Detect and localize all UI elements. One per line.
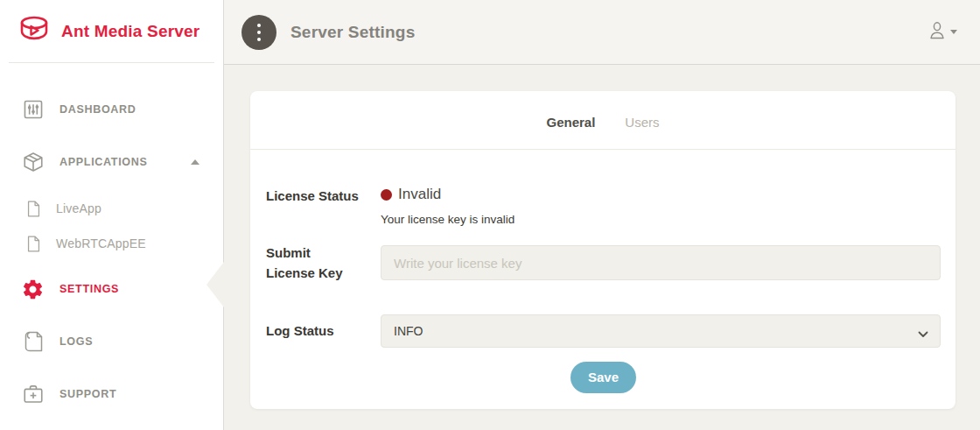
active-item-notch bbox=[206, 262, 224, 307]
log-status-label: Log Status bbox=[266, 323, 381, 338]
chevron-up-icon[interactable] bbox=[191, 159, 200, 165]
page-title: Server Settings bbox=[290, 23, 415, 42]
tab-users[interactable]: Users bbox=[625, 115, 659, 130]
sidebar-item-logs[interactable]: LOGS bbox=[0, 315, 223, 368]
app-window: Ant Media Server DASHBOARD bbox=[0, 0, 980, 430]
logs-icon bbox=[21, 330, 45, 353]
license-status-helper: Your license key is invalid bbox=[381, 213, 514, 226]
sidebar-item-webrtcappee[interactable]: WebRTCAppEE bbox=[0, 226, 223, 261]
support-icon bbox=[21, 383, 45, 405]
user-icon bbox=[928, 20, 947, 45]
sidebar-item-label: DASHBOARD bbox=[60, 103, 136, 116]
license-status-value: Invalid bbox=[398, 186, 441, 203]
file-icon bbox=[25, 236, 41, 252]
save-button[interactable]: Save bbox=[570, 362, 636, 393]
chevron-down-icon bbox=[950, 30, 957, 34]
sidebar-item-label: LiveApp bbox=[56, 201, 102, 215]
sidebar-item-support[interactable]: SUPPORT bbox=[0, 368, 223, 420]
sidebar-nav: DASHBOARD APPLICATIONS bbox=[0, 63, 223, 420]
brand-logo[interactable]: Ant Media Server bbox=[9, 0, 214, 63]
license-key-input[interactable] bbox=[381, 245, 941, 280]
sidebar-item-label: SUPPORT bbox=[60, 388, 116, 400]
license-status-row: License Status Invalid Your license key … bbox=[266, 188, 941, 226]
tab-bar: General Users bbox=[250, 91, 956, 150]
settings-form: License Status Invalid Your license key … bbox=[250, 188, 956, 393]
log-status-row: Log Status INFO bbox=[266, 314, 941, 348]
content-area: General Users License Status Invalid You… bbox=[224, 65, 980, 430]
save-row: Save bbox=[266, 362, 941, 393]
license-key-label: Submit License Key bbox=[266, 243, 381, 284]
sidebar-item-label: WebRTCAppEE bbox=[56, 236, 146, 250]
sidebar-item-settings[interactable]: SETTINGS bbox=[0, 263, 223, 315]
log-status-select[interactable]: INFO bbox=[381, 314, 941, 348]
license-status-label: License Status bbox=[266, 188, 381, 226]
sidebar-item-label: APPLICATIONS bbox=[60, 156, 148, 168]
tab-general[interactable]: General bbox=[546, 115, 595, 130]
file-icon bbox=[25, 201, 41, 217]
header: Server Settings bbox=[224, 0, 980, 65]
status-dot-icon bbox=[381, 189, 392, 201]
applications-icon bbox=[21, 151, 45, 173]
license-status-line: Invalid bbox=[381, 186, 514, 203]
sidebar-item-dashboard[interactable]: DASHBOARD bbox=[0, 83, 223, 136]
license-status-value-block: Invalid Your license key is invalid bbox=[381, 188, 514, 226]
sidebar-item-label: LOGS bbox=[60, 335, 93, 348]
log-status-select-wrap: INFO bbox=[381, 314, 941, 348]
settings-card: General Users License Status Invalid You… bbox=[250, 91, 956, 409]
user-menu[interactable] bbox=[928, 20, 957, 45]
sidebar: Ant Media Server DASHBOARD bbox=[0, 0, 224, 430]
sidebar-item-liveapp[interactable]: LiveApp bbox=[0, 191, 223, 226]
sidebar-item-label: SETTINGS bbox=[60, 283, 119, 295]
brand-name: Ant Media Server bbox=[61, 22, 200, 41]
main-area: Server Settings General Users bbox=[224, 0, 980, 430]
license-key-row: Submit License Key bbox=[266, 243, 941, 284]
kebab-menu-icon[interactable] bbox=[242, 15, 276, 50]
ant-media-logo-icon bbox=[17, 13, 52, 49]
sidebar-item-applications[interactable]: APPLICATIONS bbox=[0, 136, 223, 188]
gear-icon bbox=[21, 278, 45, 301]
dashboard-icon bbox=[21, 98, 45, 121]
